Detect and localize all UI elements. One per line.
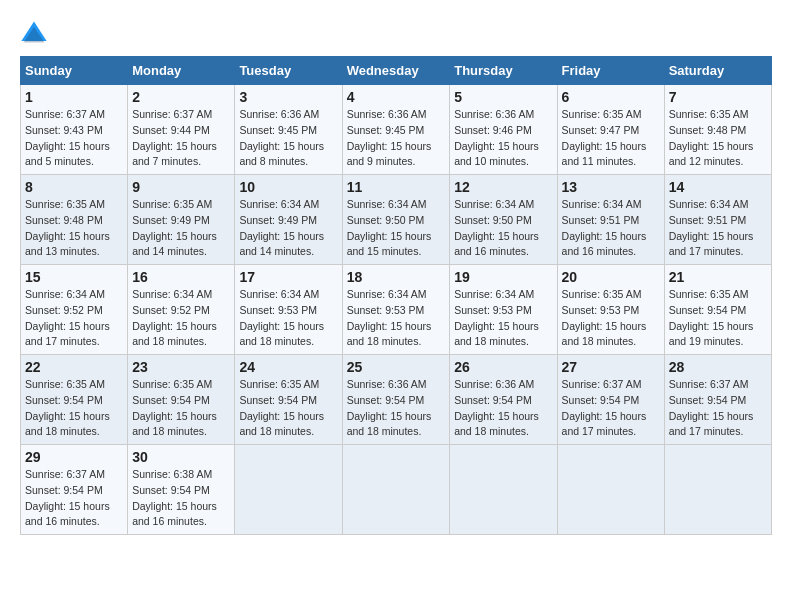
day-number: 18	[347, 269, 446, 285]
calendar-cell: 29 Sunrise: 6:37 AM Sunset: 9:54 PM Dayl…	[21, 445, 128, 535]
day-info: Sunrise: 6:37 AM Sunset: 9:54 PM Dayligh…	[669, 377, 767, 440]
header-saturday: Saturday	[664, 57, 771, 85]
day-number: 10	[239, 179, 337, 195]
header-wednesday: Wednesday	[342, 57, 450, 85]
day-number: 16	[132, 269, 230, 285]
day-info: Sunrise: 6:36 AM Sunset: 9:45 PM Dayligh…	[347, 107, 446, 170]
header-friday: Friday	[557, 57, 664, 85]
calendar: SundayMondayTuesdayWednesdayThursdayFrid…	[20, 56, 772, 535]
day-number: 23	[132, 359, 230, 375]
day-number: 27	[562, 359, 660, 375]
calendar-cell: 11 Sunrise: 6:34 AM Sunset: 9:50 PM Dayl…	[342, 175, 450, 265]
header-sunday: Sunday	[21, 57, 128, 85]
day-info: Sunrise: 6:35 AM Sunset: 9:48 PM Dayligh…	[669, 107, 767, 170]
day-number: 12	[454, 179, 552, 195]
day-info: Sunrise: 6:37 AM Sunset: 9:43 PM Dayligh…	[25, 107, 123, 170]
day-number: 24	[239, 359, 337, 375]
calendar-week-5: 29 Sunrise: 6:37 AM Sunset: 9:54 PM Dayl…	[21, 445, 772, 535]
day-info: Sunrise: 6:34 AM Sunset: 9:50 PM Dayligh…	[347, 197, 446, 260]
day-info: Sunrise: 6:34 AM Sunset: 9:52 PM Dayligh…	[25, 287, 123, 350]
day-number: 4	[347, 89, 446, 105]
calendar-cell: 25 Sunrise: 6:36 AM Sunset: 9:54 PM Dayl…	[342, 355, 450, 445]
day-number: 20	[562, 269, 660, 285]
calendar-cell: 18 Sunrise: 6:34 AM Sunset: 9:53 PM Dayl…	[342, 265, 450, 355]
day-number: 11	[347, 179, 446, 195]
day-number: 30	[132, 449, 230, 465]
day-info: Sunrise: 6:35 AM Sunset: 9:54 PM Dayligh…	[239, 377, 337, 440]
day-info: Sunrise: 6:34 AM Sunset: 9:51 PM Dayligh…	[669, 197, 767, 260]
day-number: 9	[132, 179, 230, 195]
day-info: Sunrise: 6:34 AM Sunset: 9:53 PM Dayligh…	[239, 287, 337, 350]
calendar-cell: 16 Sunrise: 6:34 AM Sunset: 9:52 PM Dayl…	[128, 265, 235, 355]
calendar-cell: 1 Sunrise: 6:37 AM Sunset: 9:43 PM Dayli…	[21, 85, 128, 175]
header-monday: Monday	[128, 57, 235, 85]
day-number: 8	[25, 179, 123, 195]
day-info: Sunrise: 6:35 AM Sunset: 9:54 PM Dayligh…	[669, 287, 767, 350]
day-info: Sunrise: 6:34 AM Sunset: 9:51 PM Dayligh…	[562, 197, 660, 260]
day-info: Sunrise: 6:34 AM Sunset: 9:49 PM Dayligh…	[239, 197, 337, 260]
calendar-cell: 19 Sunrise: 6:34 AM Sunset: 9:53 PM Dayl…	[450, 265, 557, 355]
day-number: 14	[669, 179, 767, 195]
calendar-cell: 15 Sunrise: 6:34 AM Sunset: 9:52 PM Dayl…	[21, 265, 128, 355]
logo	[20, 20, 52, 48]
calendar-cell: 8 Sunrise: 6:35 AM Sunset: 9:48 PM Dayli…	[21, 175, 128, 265]
day-number: 15	[25, 269, 123, 285]
calendar-week-1: 1 Sunrise: 6:37 AM Sunset: 9:43 PM Dayli…	[21, 85, 772, 175]
calendar-cell: 4 Sunrise: 6:36 AM Sunset: 9:45 PM Dayli…	[342, 85, 450, 175]
day-info: Sunrise: 6:37 AM Sunset: 9:54 PM Dayligh…	[562, 377, 660, 440]
day-number: 28	[669, 359, 767, 375]
day-info: Sunrise: 6:36 AM Sunset: 9:54 PM Dayligh…	[454, 377, 552, 440]
day-info: Sunrise: 6:34 AM Sunset: 9:53 PM Dayligh…	[454, 287, 552, 350]
calendar-cell: 17 Sunrise: 6:34 AM Sunset: 9:53 PM Dayl…	[235, 265, 342, 355]
day-number: 17	[239, 269, 337, 285]
calendar-cell: 5 Sunrise: 6:36 AM Sunset: 9:46 PM Dayli…	[450, 85, 557, 175]
day-number: 21	[669, 269, 767, 285]
calendar-cell: 14 Sunrise: 6:34 AM Sunset: 9:51 PM Dayl…	[664, 175, 771, 265]
day-number: 7	[669, 89, 767, 105]
day-info: Sunrise: 6:37 AM Sunset: 9:54 PM Dayligh…	[25, 467, 123, 530]
day-info: Sunrise: 6:36 AM Sunset: 9:45 PM Dayligh…	[239, 107, 337, 170]
calendar-cell	[342, 445, 450, 535]
calendar-cell: 28 Sunrise: 6:37 AM Sunset: 9:54 PM Dayl…	[664, 355, 771, 445]
calendar-cell: 12 Sunrise: 6:34 AM Sunset: 9:50 PM Dayl…	[450, 175, 557, 265]
day-number: 2	[132, 89, 230, 105]
day-number: 13	[562, 179, 660, 195]
calendar-cell: 26 Sunrise: 6:36 AM Sunset: 9:54 PM Dayl…	[450, 355, 557, 445]
header-tuesday: Tuesday	[235, 57, 342, 85]
calendar-week-2: 8 Sunrise: 6:35 AM Sunset: 9:48 PM Dayli…	[21, 175, 772, 265]
calendar-cell: 21 Sunrise: 6:35 AM Sunset: 9:54 PM Dayl…	[664, 265, 771, 355]
calendar-cell: 24 Sunrise: 6:35 AM Sunset: 9:54 PM Dayl…	[235, 355, 342, 445]
day-info: Sunrise: 6:35 AM Sunset: 9:49 PM Dayligh…	[132, 197, 230, 260]
calendar-cell: 7 Sunrise: 6:35 AM Sunset: 9:48 PM Dayli…	[664, 85, 771, 175]
day-number: 22	[25, 359, 123, 375]
logo-icon	[20, 20, 48, 48]
day-info: Sunrise: 6:37 AM Sunset: 9:44 PM Dayligh…	[132, 107, 230, 170]
calendar-cell	[664, 445, 771, 535]
day-info: Sunrise: 6:35 AM Sunset: 9:54 PM Dayligh…	[132, 377, 230, 440]
calendar-cell: 3 Sunrise: 6:36 AM Sunset: 9:45 PM Dayli…	[235, 85, 342, 175]
day-info: Sunrise: 6:34 AM Sunset: 9:50 PM Dayligh…	[454, 197, 552, 260]
day-info: Sunrise: 6:35 AM Sunset: 9:48 PM Dayligh…	[25, 197, 123, 260]
calendar-cell: 20 Sunrise: 6:35 AM Sunset: 9:53 PM Dayl…	[557, 265, 664, 355]
calendar-cell: 27 Sunrise: 6:37 AM Sunset: 9:54 PM Dayl…	[557, 355, 664, 445]
day-info: Sunrise: 6:34 AM Sunset: 9:53 PM Dayligh…	[347, 287, 446, 350]
page-header	[20, 20, 772, 48]
day-info: Sunrise: 6:34 AM Sunset: 9:52 PM Dayligh…	[132, 287, 230, 350]
calendar-cell	[235, 445, 342, 535]
calendar-cell: 22 Sunrise: 6:35 AM Sunset: 9:54 PM Dayl…	[21, 355, 128, 445]
calendar-cell: 2 Sunrise: 6:37 AM Sunset: 9:44 PM Dayli…	[128, 85, 235, 175]
header-thursday: Thursday	[450, 57, 557, 85]
calendar-cell	[557, 445, 664, 535]
day-info: Sunrise: 6:36 AM Sunset: 9:54 PM Dayligh…	[347, 377, 446, 440]
calendar-cell: 9 Sunrise: 6:35 AM Sunset: 9:49 PM Dayli…	[128, 175, 235, 265]
day-number: 26	[454, 359, 552, 375]
calendar-cell: 23 Sunrise: 6:35 AM Sunset: 9:54 PM Dayl…	[128, 355, 235, 445]
day-info: Sunrise: 6:36 AM Sunset: 9:46 PM Dayligh…	[454, 107, 552, 170]
calendar-header-row: SundayMondayTuesdayWednesdayThursdayFrid…	[21, 57, 772, 85]
calendar-cell: 13 Sunrise: 6:34 AM Sunset: 9:51 PM Dayl…	[557, 175, 664, 265]
day-number: 5	[454, 89, 552, 105]
day-number: 6	[562, 89, 660, 105]
calendar-cell: 30 Sunrise: 6:38 AM Sunset: 9:54 PM Dayl…	[128, 445, 235, 535]
day-number: 25	[347, 359, 446, 375]
day-info: Sunrise: 6:35 AM Sunset: 9:53 PM Dayligh…	[562, 287, 660, 350]
